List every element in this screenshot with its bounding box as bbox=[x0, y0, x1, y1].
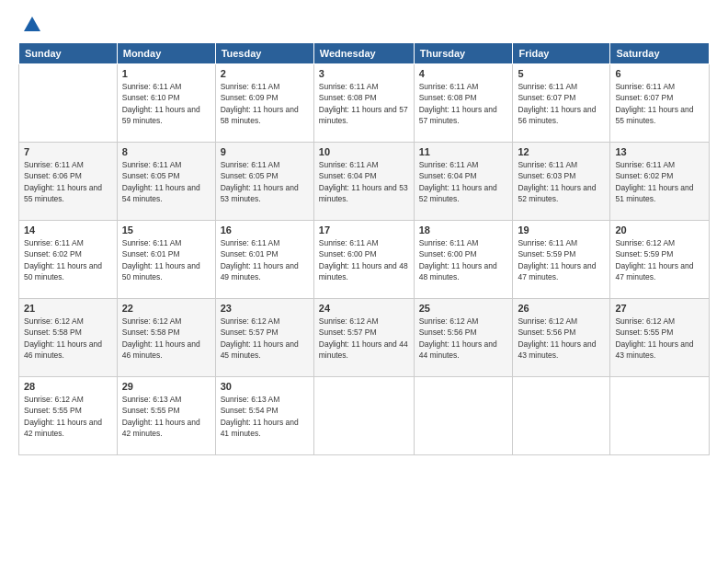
calendar-cell: 9Sunrise: 6:11 AM Sunset: 6:05 PM Daylig… bbox=[215, 143, 313, 221]
weekday-header: Monday bbox=[117, 43, 215, 64]
day-number: 23 bbox=[221, 303, 309, 314]
calendar-cell: 22Sunrise: 6:12 AM Sunset: 5:58 PM Dayli… bbox=[117, 299, 215, 377]
day-number: 10 bbox=[319, 146, 409, 157]
logo-icon bbox=[22, 15, 42, 35]
calendar-cell: 8Sunrise: 6:11 AM Sunset: 6:05 PM Daylig… bbox=[117, 143, 215, 221]
day-number: 4 bbox=[419, 68, 508, 79]
calendar-cell: 3Sunrise: 6:11 AM Sunset: 6:08 PM Daylig… bbox=[313, 64, 414, 143]
day-number: 21 bbox=[24, 303, 112, 314]
day-number: 6 bbox=[615, 68, 704, 79]
day-info: Sunrise: 6:11 AM Sunset: 6:04 PM Dayligh… bbox=[419, 159, 508, 204]
day-info: Sunrise: 6:12 AM Sunset: 5:57 PM Dayligh… bbox=[319, 316, 409, 361]
svg-marker-0 bbox=[24, 17, 40, 31]
day-info: Sunrise: 6:13 AM Sunset: 5:54 PM Dayligh… bbox=[221, 394, 309, 439]
calendar-cell: 30Sunrise: 6:13 AM Sunset: 5:54 PM Dayli… bbox=[215, 377, 313, 455]
day-number: 27 bbox=[615, 303, 704, 314]
calendar-table: SundayMondayTuesdayWednesdayThursdayFrid… bbox=[18, 42, 710, 455]
day-number: 3 bbox=[319, 68, 409, 79]
calendar-cell: 17Sunrise: 6:11 AM Sunset: 6:00 PM Dayli… bbox=[313, 221, 414, 299]
day-info: Sunrise: 6:11 AM Sunset: 6:04 PM Dayligh… bbox=[319, 159, 409, 204]
day-info: Sunrise: 6:11 AM Sunset: 6:08 PM Dayligh… bbox=[419, 81, 508, 126]
calendar-cell: 18Sunrise: 6:11 AM Sunset: 6:00 PM Dayli… bbox=[414, 221, 513, 299]
calendar-cell: 15Sunrise: 6:11 AM Sunset: 6:01 PM Dayli… bbox=[117, 221, 215, 299]
calendar-cell: 21Sunrise: 6:12 AM Sunset: 5:58 PM Dayli… bbox=[19, 299, 118, 377]
day-info: Sunrise: 6:11 AM Sunset: 5:59 PM Dayligh… bbox=[518, 237, 605, 282]
day-number: 28 bbox=[24, 381, 112, 392]
day-info: Sunrise: 6:12 AM Sunset: 5:55 PM Dayligh… bbox=[24, 394, 112, 439]
day-number: 1 bbox=[122, 68, 210, 79]
day-info: Sunrise: 6:11 AM Sunset: 6:01 PM Dayligh… bbox=[221, 237, 309, 282]
day-number: 8 bbox=[122, 146, 210, 157]
calendar-cell: 25Sunrise: 6:12 AM Sunset: 5:56 PM Dayli… bbox=[414, 299, 513, 377]
day-number: 13 bbox=[615, 146, 704, 157]
calendar-cell: 7Sunrise: 6:11 AM Sunset: 6:06 PM Daylig… bbox=[19, 143, 118, 221]
day-info: Sunrise: 6:11 AM Sunset: 6:05 PM Dayligh… bbox=[221, 159, 309, 204]
weekday-header: Wednesday bbox=[313, 43, 414, 64]
day-info: Sunrise: 6:12 AM Sunset: 5:58 PM Dayligh… bbox=[122, 316, 210, 361]
day-info: Sunrise: 6:11 AM Sunset: 6:08 PM Dayligh… bbox=[319, 81, 409, 126]
calendar-cell: 23Sunrise: 6:12 AM Sunset: 5:57 PM Dayli… bbox=[215, 299, 313, 377]
day-number: 29 bbox=[122, 381, 210, 392]
day-info: Sunrise: 6:13 AM Sunset: 5:55 PM Dayligh… bbox=[122, 394, 210, 439]
weekday-header: Thursday bbox=[414, 43, 513, 64]
day-number: 25 bbox=[419, 303, 508, 314]
page: SundayMondayTuesdayWednesdayThursdayFrid… bbox=[0, 0, 728, 563]
calendar-cell: 29Sunrise: 6:13 AM Sunset: 5:55 PM Dayli… bbox=[117, 377, 215, 455]
calendar-cell: 10Sunrise: 6:11 AM Sunset: 6:04 PM Dayli… bbox=[313, 143, 414, 221]
day-info: Sunrise: 6:11 AM Sunset: 6:05 PM Dayligh… bbox=[122, 159, 210, 204]
day-number: 11 bbox=[419, 146, 508, 157]
day-number: 16 bbox=[221, 224, 309, 236]
day-info: Sunrise: 6:11 AM Sunset: 6:06 PM Dayligh… bbox=[24, 159, 112, 204]
calendar-cell: 6Sunrise: 6:11 AM Sunset: 6:07 PM Daylig… bbox=[610, 64, 710, 143]
day-info: Sunrise: 6:11 AM Sunset: 6:00 PM Dayligh… bbox=[419, 237, 508, 282]
day-number: 15 bbox=[122, 224, 210, 236]
day-number: 12 bbox=[518, 146, 605, 157]
calendar-cell: 28Sunrise: 6:12 AM Sunset: 5:55 PM Dayli… bbox=[19, 377, 118, 455]
day-info: Sunrise: 6:11 AM Sunset: 6:01 PM Dayligh… bbox=[122, 237, 210, 282]
day-number: 26 bbox=[518, 303, 605, 314]
day-info: Sunrise: 6:12 AM Sunset: 5:58 PM Dayligh… bbox=[24, 316, 112, 361]
calendar-cell bbox=[513, 377, 610, 455]
day-info: Sunrise: 6:12 AM Sunset: 5:56 PM Dayligh… bbox=[518, 316, 605, 361]
day-number: 24 bbox=[319, 303, 409, 314]
day-info: Sunrise: 6:11 AM Sunset: 6:00 PM Dayligh… bbox=[319, 237, 409, 282]
day-number: 2 bbox=[221, 68, 309, 79]
calendar-cell: 24Sunrise: 6:12 AM Sunset: 5:57 PM Dayli… bbox=[313, 299, 414, 377]
day-number: 9 bbox=[221, 146, 309, 157]
weekday-header: Sunday bbox=[19, 43, 118, 64]
calendar-cell: 20Sunrise: 6:12 AM Sunset: 5:59 PM Dayli… bbox=[610, 221, 710, 299]
day-info: Sunrise: 6:11 AM Sunset: 6:07 PM Dayligh… bbox=[615, 81, 704, 126]
header bbox=[18, 15, 710, 35]
day-number: 18 bbox=[419, 224, 508, 236]
calendar-cell: 5Sunrise: 6:11 AM Sunset: 6:07 PM Daylig… bbox=[513, 64, 610, 143]
day-info: Sunrise: 6:11 AM Sunset: 6:07 PM Dayligh… bbox=[518, 81, 605, 126]
day-info: Sunrise: 6:11 AM Sunset: 6:09 PM Dayligh… bbox=[221, 81, 309, 126]
day-info: Sunrise: 6:11 AM Sunset: 6:02 PM Dayligh… bbox=[24, 237, 112, 282]
weekday-header: Saturday bbox=[610, 43, 710, 64]
day-info: Sunrise: 6:11 AM Sunset: 6:02 PM Dayligh… bbox=[615, 159, 704, 204]
calendar-cell bbox=[610, 377, 710, 455]
calendar-cell: 26Sunrise: 6:12 AM Sunset: 5:56 PM Dayli… bbox=[513, 299, 610, 377]
day-info: Sunrise: 6:11 AM Sunset: 6:10 PM Dayligh… bbox=[122, 81, 210, 126]
day-number: 14 bbox=[24, 224, 112, 236]
day-number: 19 bbox=[518, 224, 605, 236]
day-info: Sunrise: 6:12 AM Sunset: 5:56 PM Dayligh… bbox=[419, 316, 508, 361]
calendar-cell: 11Sunrise: 6:11 AM Sunset: 6:04 PM Dayli… bbox=[414, 143, 513, 221]
day-info: Sunrise: 6:12 AM Sunset: 5:57 PM Dayligh… bbox=[221, 316, 309, 361]
calendar-cell: 27Sunrise: 6:12 AM Sunset: 5:55 PM Dayli… bbox=[610, 299, 710, 377]
day-info: Sunrise: 6:12 AM Sunset: 5:59 PM Dayligh… bbox=[615, 237, 704, 282]
day-number: 22 bbox=[122, 303, 210, 314]
day-number: 7 bbox=[24, 146, 112, 157]
weekday-header: Friday bbox=[513, 43, 610, 64]
day-number: 20 bbox=[615, 224, 704, 236]
calendar-cell: 16Sunrise: 6:11 AM Sunset: 6:01 PM Dayli… bbox=[215, 221, 313, 299]
calendar-cell bbox=[19, 64, 118, 143]
calendar-cell: 19Sunrise: 6:11 AM Sunset: 5:59 PM Dayli… bbox=[513, 221, 610, 299]
calendar-cell bbox=[313, 377, 414, 455]
logo bbox=[18, 15, 42, 35]
day-info: Sunrise: 6:11 AM Sunset: 6:03 PM Dayligh… bbox=[518, 159, 605, 204]
day-number: 30 bbox=[221, 381, 309, 392]
calendar-cell: 2Sunrise: 6:11 AM Sunset: 6:09 PM Daylig… bbox=[215, 64, 313, 143]
calendar-cell: 13Sunrise: 6:11 AM Sunset: 6:02 PM Dayli… bbox=[610, 143, 710, 221]
weekday-header: Tuesday bbox=[215, 43, 313, 64]
